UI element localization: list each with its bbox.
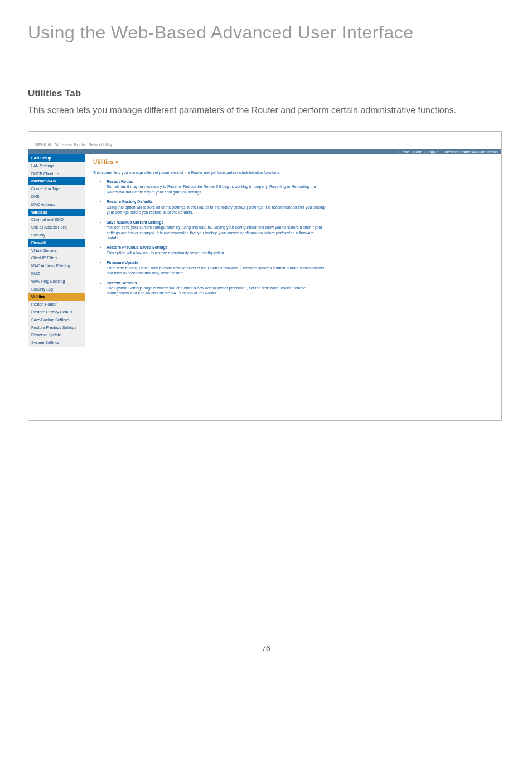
router-ui-screenshot: BELKIN Wireless Router Setup Utility Hom…	[28, 131, 502, 421]
sidebar-item[interactable]: DNS	[28, 193, 85, 201]
section-title: Utilities Tab	[28, 88, 504, 99]
sidebar-item[interactable]: System Settings	[28, 339, 85, 347]
sidebar-item[interactable]: Use as Access Point	[28, 224, 85, 231]
sidebar-item[interactable]: Save/Backup Settings	[28, 316, 85, 324]
sidebar-item[interactable]: Utilities	[28, 293, 85, 301]
utility-item-desc: This option will allow you to restore a …	[107, 250, 327, 255]
utility-item-desc: From time to time, Belkin may release ne…	[107, 265, 327, 276]
utility-item-title[interactable]: Restart Router	[107, 180, 134, 183]
sidebar-item[interactable]: Client IP Filters	[28, 254, 85, 262]
utility-item: Restart RouterSometimes it may be necess…	[107, 179, 327, 195]
main-title: Utilities >	[93, 159, 494, 165]
utility-item: Save /Backup Current SettingsYou can sav…	[107, 220, 327, 241]
utility-item-title[interactable]: System Settings	[107, 281, 137, 285]
sidebar-item[interactable]: Security Log	[28, 285, 85, 293]
statusbar-link-logout[interactable]: Logout	[427, 150, 438, 154]
page-number: 76	[28, 644, 504, 653]
sidebar-item[interactable]: Security	[28, 231, 85, 239]
utility-item: Firmware UpdateFrom time to time, Belkin…	[107, 260, 327, 275]
sidebar-item[interactable]: LAN Settings	[28, 162, 85, 170]
sidebar-item[interactable]: WAN Ping Blocking	[28, 278, 85, 285]
section-desc: This screen lets you manage different pa…	[28, 104, 504, 117]
status-label: Internet Status:	[444, 150, 471, 154]
status-value: No Connection	[472, 150, 498, 154]
sidebar-item[interactable]: Restore Factory Default	[28, 308, 85, 316]
utility-item: System SettingsThe System Settings page …	[107, 280, 327, 296]
utility-item-desc: You can save your current configuration …	[107, 225, 327, 240]
brand: BELKIN Wireless Router Setup Utility	[28, 138, 501, 149]
sidebar-item[interactable]: Firmware Update	[28, 331, 85, 339]
sidebar-item: Wireless	[28, 209, 85, 216]
utility-item-title[interactable]: Restore Factory Defaults	[107, 200, 153, 204]
page-title: Using the Web-Based Advanced User Interf…	[28, 22, 504, 49]
sidebar-item: Firewall	[28, 239, 85, 247]
main-desc: This screen lets you manage different pa…	[93, 171, 327, 175]
utility-item-desc: Using this option will restore all of th…	[107, 205, 327, 215]
main-panel: Utilities > This screen lets you manage …	[85, 154, 501, 347]
sidebar-item: Internet WAN	[28, 177, 85, 185]
status-bar: Home | Help | Logout Internet Status: No…	[28, 149, 501, 154]
brand-name: BELKIN	[35, 142, 51, 147]
utility-item-desc: The System Settings page is where you ca…	[107, 285, 327, 296]
statusbar-link-help[interactable]: Help	[414, 150, 422, 154]
sidebar-item[interactable]: MAC Address Filtering	[28, 262, 85, 270]
utility-item-title[interactable]: Save /Backup Current Settings	[107, 220, 163, 224]
utility-item-title[interactable]: Firmware Update	[107, 260, 138, 264]
sidebar-item[interactable]: Restart Router	[28, 301, 85, 308]
utility-item: Restore Factory DefaultsUsing this optio…	[107, 199, 327, 215]
sidebar-item[interactable]: DHCP Client List	[28, 170, 85, 178]
utility-item: Restore Previous Saved SettingsThis opti…	[107, 245, 327, 255]
sidebar-nav: LAN SetupLAN SettingsDHCP Client ListInt…	[28, 154, 85, 347]
sidebar-item[interactable]: Channel and SSID	[28, 216, 85, 224]
sidebar-item[interactable]: Restore Previous Settings	[28, 324, 85, 332]
utility-item-desc: Sometimes it may be necessary to Reset o…	[107, 184, 327, 195]
utility-item-title[interactable]: Restore Previous Saved Settings	[107, 245, 168, 249]
statusbar-link-home[interactable]: Home	[399, 150, 410, 154]
sidebar-item: LAN Setup	[28, 154, 85, 162]
sidebar-item[interactable]: MAC Address	[28, 201, 85, 209]
sidebar-item[interactable]: Virtual Servers	[28, 247, 85, 255]
brand-sub: Wireless Router Setup Utility	[55, 142, 112, 147]
sidebar-item[interactable]: DMZ	[28, 270, 85, 278]
sidebar-item[interactable]: Connection Type	[28, 185, 85, 193]
